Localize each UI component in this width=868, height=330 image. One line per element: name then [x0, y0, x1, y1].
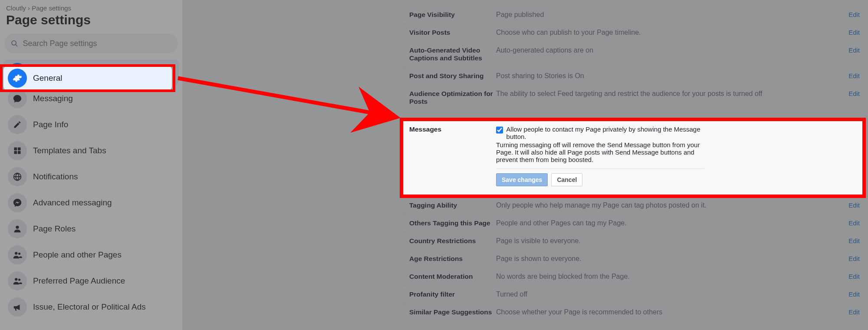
edit-link[interactable]: Edit [834, 237, 860, 244]
row-desc: Only people who help manage my Page can … [496, 201, 834, 209]
settings-top: Page Visibility Page published Edit Visi… [403, 6, 866, 110]
row-profanity-filter: Profanity filter Turned off Edit [403, 285, 866, 303]
sidebar-item-label: Notifications [33, 172, 78, 182]
svg-point-7 [16, 226, 19, 229]
person-icon [8, 219, 27, 238]
row-label: Visitor Posts [409, 29, 496, 36]
edit-link[interactable]: Edit [834, 72, 860, 79]
svg-rect-4 [14, 151, 17, 154]
row-desc: Page is shown to everyone. [496, 255, 834, 263]
sidebar-item-templates-tabs[interactable]: Templates and Tabs [3, 138, 179, 164]
edit-link[interactable]: Edit [834, 219, 860, 227]
settings-bottom: Tagging Ability Only people who help man… [403, 197, 866, 321]
page-title: Page settings [0, 13, 182, 33]
people-icon [8, 271, 27, 290]
edit-link[interactable]: Edit [834, 308, 860, 316]
chat-icon [8, 89, 27, 108]
gear-icon [8, 69, 27, 88]
row-audience-optimization: Audience Optimization for Posts The abil… [403, 85, 866, 110]
sidebar-item-label: Messaging [33, 94, 73, 103]
edit-link[interactable]: Edit [834, 201, 860, 209]
sidebar-item-advanced-messaging[interactable]: Advanced messaging [3, 190, 179, 216]
sidebar: Cloutly › Page settings Page settings Ge… [0, 0, 182, 330]
row-visitor-posts: Visitor Posts Choose who can publish to … [403, 23, 866, 41]
row-desc: No words are being blocked from the Page… [496, 273, 834, 280]
row-desc: Turned off [496, 290, 834, 298]
row-desc: Auto-generated captions are on [496, 46, 834, 54]
row-label: Tagging Ability [409, 201, 496, 209]
sidebar-item-preferred-audience[interactable]: Preferred Page Audience [3, 268, 179, 294]
search-input[interactable] [23, 39, 172, 48]
edit-link[interactable]: Edit [834, 29, 860, 36]
svg-rect-2 [14, 148, 17, 151]
sidebar-item-label: Page Roles [33, 224, 76, 234]
search-box[interactable] [4, 33, 178, 53]
row-auto-captions: Auto-Generated Video Captions and Subtit… [403, 41, 866, 67]
row-page-visibility: Page Visibility Page published Edit [403, 6, 866, 23]
messages-subtext: Turning messaging off will remove the Se… [496, 141, 704, 163]
divider [496, 168, 704, 169]
row-post-story-sharing: Post and Story Sharing Post sharing to S… [403, 67, 866, 85]
sidebar-item-general-highlighted[interactable]: General [3, 66, 172, 91]
row-desc: Page is visible to everyone. [496, 237, 834, 245]
row-tagging-ability: Tagging Ability Only people who help man… [403, 197, 866, 214]
edit-link[interactable]: Edit [834, 11, 860, 18]
row-others-tagging: Others Tagging this Page People and othe… [403, 214, 866, 232]
svg-line-1 [16, 45, 17, 46]
sidebar-item-page-roles[interactable]: Page Roles [3, 216, 179, 242]
row-desc: People and other Pages can tag my Page. [496, 219, 834, 227]
row-label: Similar Page Suggestions [409, 308, 496, 316]
row-age-restrictions: Age Restrictions Page is shown to everyo… [403, 250, 866, 267]
sidebar-item-label: Templates and Tabs [33, 146, 106, 155]
row-label: Content Moderation [409, 273, 496, 280]
sidebar-item-label: Preferred Page Audience [33, 276, 125, 286]
sidebar-item-people-pages[interactable]: People and other Pages [3, 242, 179, 268]
row-desc: Choose whether your Page is recommended … [496, 308, 834, 316]
row-label: Profanity filter [409, 290, 496, 298]
sidebar-item-label: General [33, 73, 62, 83]
pencil-icon [8, 115, 27, 134]
edit-link[interactable]: Edit [834, 46, 860, 54]
sidebar-item-political-ads[interactable]: Issue, Electoral or Political Ads [3, 294, 179, 320]
svg-point-10 [15, 278, 17, 280]
row-label: Messages [409, 125, 496, 133]
save-changes-button[interactable]: Save changes [496, 173, 548, 186]
row-label: Post and Story Sharing [409, 72, 496, 80]
messages-panel-highlighted: Messages Allow people to contact my Page… [403, 121, 866, 195]
row-label: Age Restrictions [409, 255, 496, 263]
messenger-icon [8, 193, 27, 212]
globe-icon [8, 167, 27, 186]
sidebar-item-page-info[interactable]: Page Info [3, 112, 179, 138]
svg-point-11 [18, 279, 20, 281]
grid-icon [8, 141, 27, 160]
people-icon [8, 245, 27, 264]
messages-checkbox[interactable] [496, 126, 503, 134]
svg-rect-3 [18, 148, 21, 151]
edit-link[interactable]: Edit [834, 273, 860, 280]
svg-point-8 [15, 252, 17, 254]
row-content-moderation: Content Moderation No words are being bl… [403, 267, 866, 285]
svg-line-12 [178, 78, 397, 117]
row-label: Country Restrictions [409, 237, 496, 245]
svg-point-9 [18, 253, 20, 255]
messages-checkbox-label: Allow people to contact my Page privatel… [506, 125, 704, 140]
breadcrumb: Cloutly › Page settings [0, 4, 182, 13]
row-similar-page-suggestions: Similar Page Suggestions Choose whether … [403, 303, 866, 321]
row-desc: The ability to select Feed targeting and… [496, 90, 834, 98]
edit-link[interactable]: Edit [834, 290, 860, 298]
sidebar-item-notifications[interactable]: Notifications [3, 164, 179, 190]
annotation-arrow [175, 65, 418, 135]
row-desc: Page published [496, 11, 834, 19]
sidebar-item-label: People and other Pages [33, 250, 122, 260]
search-icon [10, 39, 18, 48]
row-desc: Choose who can publish to your Page time… [496, 29, 834, 36]
cancel-button[interactable]: Cancel [551, 173, 582, 186]
row-label: Auto-Generated Video Captions and Subtit… [409, 46, 496, 62]
svg-point-0 [12, 41, 16, 45]
messages-checkbox-row[interactable]: Allow people to contact my Page privatel… [496, 125, 704, 140]
row-country-restrictions: Country Restrictions Page is visible to … [403, 232, 866, 250]
edit-link[interactable]: Edit [834, 90, 860, 97]
megaphone-icon [8, 297, 27, 317]
svg-rect-5 [18, 151, 21, 154]
edit-link[interactable]: Edit [834, 255, 860, 262]
